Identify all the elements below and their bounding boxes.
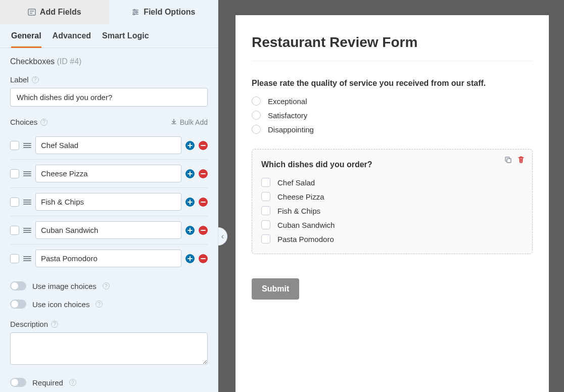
field-rating[interactable]: Please rate the quality of service you r… xyxy=(252,77,533,134)
option-label: Chef Salad xyxy=(277,178,315,187)
choices-header: Choices ? Bulk Add xyxy=(10,118,208,126)
field-actions xyxy=(504,156,525,166)
question-label: Please rate the quality of service you r… xyxy=(252,77,533,89)
choice-input[interactable] xyxy=(35,193,181,211)
help-icon[interactable]: ? xyxy=(32,76,39,83)
radio-input[interactable] xyxy=(252,111,261,120)
radio-input[interactable] xyxy=(252,125,261,134)
drag-handle-icon[interactable] xyxy=(23,256,31,261)
choice-default-checkbox[interactable] xyxy=(10,169,19,178)
checkbox-input[interactable] xyxy=(261,206,270,215)
required-toggle[interactable] xyxy=(10,378,26,387)
delete-field-button[interactable] xyxy=(517,156,525,166)
remove-choice-button[interactable] xyxy=(199,226,208,235)
help-icon[interactable]: ? xyxy=(103,282,110,289)
panel-body: Checkboxes (ID #4) Label ? Choices ? Bul… xyxy=(0,48,218,392)
add-choice-button[interactable] xyxy=(185,254,195,263)
checkbox-input[interactable] xyxy=(261,192,270,201)
checkbox-input[interactable] xyxy=(261,234,270,243)
svg-rect-0 xyxy=(28,9,35,15)
checkbox-list: Chef Salad Cheese Pizza Fish & Chips Cub… xyxy=(261,178,523,243)
required-label: Required xyxy=(32,378,63,387)
checkbox-option[interactable]: Cuban Sandwich xyxy=(261,220,523,229)
option-label: Cuban Sandwich xyxy=(277,221,335,229)
add-fields-icon xyxy=(28,8,36,16)
radio-option[interactable]: Satisfactory xyxy=(252,111,533,120)
radio-option[interactable]: Disappointing xyxy=(252,125,533,134)
checkbox-option[interactable]: Fish & Chips xyxy=(261,206,523,215)
choice-row xyxy=(10,244,208,272)
option-label: Disappointing xyxy=(268,125,314,134)
bulk-add-button[interactable]: Bulk Add xyxy=(171,118,208,126)
radio-option[interactable]: Exceptional xyxy=(252,96,533,106)
add-choice-button[interactable] xyxy=(185,141,195,150)
form-title: Restaurant Review Form xyxy=(252,34,533,51)
choices-heading: Choices xyxy=(10,118,37,126)
drag-handle-icon[interactable] xyxy=(23,143,31,148)
field-dishes-selected[interactable]: Which dishes did you order? Chef Salad C… xyxy=(252,149,533,254)
question-label: Which dishes did you order? xyxy=(261,159,523,171)
sub-tab-general[interactable]: General xyxy=(11,31,41,48)
add-choice-button[interactable] xyxy=(185,198,195,207)
svg-point-6 xyxy=(136,11,137,13)
drag-handle-icon[interactable] xyxy=(23,228,31,233)
submit-button[interactable]: Submit xyxy=(252,278,299,300)
option-label: Fish & Chips xyxy=(277,207,320,215)
help-icon[interactable]: ? xyxy=(51,321,58,328)
checkbox-option[interactable]: Chef Salad xyxy=(261,178,523,187)
description-heading: Description ? xyxy=(10,320,208,328)
remove-choice-button[interactable] xyxy=(199,141,208,150)
drag-handle-icon[interactable] xyxy=(23,171,31,176)
tab-field-options-label: Field Options xyxy=(144,8,195,17)
divider xyxy=(252,61,533,61)
drag-handle-icon[interactable] xyxy=(23,200,31,205)
field-label-input[interactable] xyxy=(10,88,208,107)
checkbox-input[interactable] xyxy=(261,220,270,229)
radio-input[interactable] xyxy=(252,96,261,106)
sub-tab-smart-logic[interactable]: Smart Logic xyxy=(102,31,149,48)
field-type-name: Checkboxes xyxy=(10,57,55,66)
checkbox-option[interactable]: Cheese Pizza xyxy=(261,192,523,201)
choice-input[interactable] xyxy=(35,136,181,154)
choice-default-checkbox[interactable] xyxy=(10,254,19,263)
choice-row xyxy=(10,160,208,188)
help-icon[interactable]: ? xyxy=(96,301,103,308)
choice-input[interactable] xyxy=(35,165,181,182)
choice-row xyxy=(10,188,208,216)
help-icon[interactable]: ? xyxy=(40,119,48,126)
description-textarea[interactable] xyxy=(10,332,208,365)
use-image-choices-row: Use image choices ? xyxy=(10,281,208,290)
bulk-add-label: Bulk Add xyxy=(180,118,208,126)
radio-list: Exceptional Satisfactory Disappointing xyxy=(252,96,533,134)
choice-default-checkbox[interactable] xyxy=(10,198,19,207)
checkbox-option[interactable]: Pasta Pomodoro xyxy=(261,234,523,243)
remove-choice-button[interactable] xyxy=(199,169,208,178)
tab-field-options[interactable]: Field Options xyxy=(109,0,218,24)
option-label: Satisfactory xyxy=(268,111,307,120)
use-image-choices-label: Use image choices xyxy=(32,282,97,290)
label-heading: Label ? xyxy=(10,75,208,84)
tab-add-fields[interactable]: Add Fields xyxy=(0,0,109,24)
choice-default-checkbox[interactable] xyxy=(10,226,19,235)
sub-tab-advanced[interactable]: Advanced xyxy=(53,31,91,48)
choice-input[interactable] xyxy=(35,221,181,239)
choice-input[interactable] xyxy=(35,250,181,267)
help-icon[interactable]: ? xyxy=(69,379,76,386)
svg-point-8 xyxy=(133,13,135,15)
sub-tabs: General Advanced Smart Logic xyxy=(0,24,218,48)
option-label: Cheese Pizza xyxy=(277,192,324,201)
field-id: (ID #4) xyxy=(57,57,82,66)
use-icon-choices-label: Use icon choices xyxy=(32,300,89,309)
add-choice-button[interactable] xyxy=(185,226,195,235)
use-icon-choices-toggle[interactable] xyxy=(10,300,26,309)
add-choice-button[interactable] xyxy=(185,169,195,178)
field-options-panel: Add Fields Field Options General Advance… xyxy=(0,0,218,392)
remove-choice-button[interactable] xyxy=(199,254,208,263)
use-image-choices-toggle[interactable] xyxy=(10,281,26,290)
checkbox-input[interactable] xyxy=(261,178,270,187)
duplicate-field-button[interactable] xyxy=(504,156,512,166)
sliders-icon xyxy=(131,8,139,16)
required-row: Required ? xyxy=(10,378,208,387)
choice-default-checkbox[interactable] xyxy=(10,141,19,150)
remove-choice-button[interactable] xyxy=(199,198,208,207)
